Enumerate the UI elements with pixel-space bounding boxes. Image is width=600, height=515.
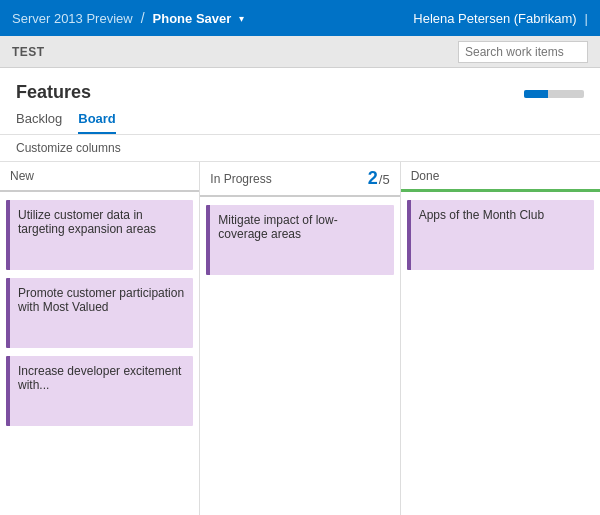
project-name[interactable]: Phone Saver [153,11,232,26]
column-new: New Utilize customer data in targeting e… [0,162,200,515]
customize-columns-bar[interactable]: Customize columns [0,135,600,162]
column-done-cards: Apps of the Month Club [401,192,600,515]
tab-backlog[interactable]: Backlog [16,111,62,134]
progress-area [524,90,584,98]
column-new-cards: Utilize customer data in targeting expan… [0,192,199,515]
card-done-1-text: Apps of the Month Club [419,208,544,222]
column-new-header: New [0,162,199,192]
column-done: Done Apps of the Month Club [401,162,600,515]
card-new-2-text: Promote customer participation with Most… [18,286,184,314]
topbar: Server 2013 Preview / Phone Saver ▾ Hele… [0,0,600,36]
search-box[interactable] [458,41,588,63]
column-done-label: Done [411,169,440,183]
board-area: New Utilize customer data in targeting e… [0,162,600,515]
card-new-3[interactable]: Increase developer excitement with... [6,356,193,426]
project-dropdown-icon[interactable]: ▾ [239,13,244,24]
card-new-3-text: Increase developer excitement with... [18,364,181,392]
topbar-left: Server 2013 Preview / Phone Saver ▾ [12,10,244,26]
user-name: Helena Petersen (Fabrikam) [413,11,576,26]
column-done-header: Done [401,162,600,192]
features-header: Features Backlog Board [0,68,600,135]
column-count: 2 /5 [368,168,390,189]
column-in-progress: In Progress 2 /5 Mitigate impact of low-… [200,162,400,515]
server-name: Server 2013 Preview [12,11,133,26]
column-new-label: New [10,169,34,183]
section-label: TEST [12,45,45,59]
column-in-progress-header: In Progress 2 /5 [200,162,399,197]
main-content: Features Backlog Board Customize columns… [0,68,600,515]
pipe-separator: | [585,11,588,26]
search-input[interactable] [465,45,581,59]
card-new-1[interactable]: Utilize customer data in targeting expan… [6,200,193,270]
tab-board[interactable]: Board [78,111,116,134]
card-inprogress-1-text: Mitigate impact of low-coverage areas [218,213,337,241]
card-inprogress-1[interactable]: Mitigate impact of low-coverage areas [206,205,393,275]
features-title: Features [16,82,116,103]
card-done-1[interactable]: Apps of the Month Club [407,200,594,270]
customize-columns-label: Customize columns [16,141,121,155]
card-new-1-text: Utilize customer data in targeting expan… [18,208,156,236]
subbar: TEST [0,36,600,68]
progress-bar-container [524,90,584,98]
nav-separator: / [141,10,145,26]
column-in-progress-label: In Progress [210,172,271,186]
count-max: /5 [379,172,390,187]
progress-bar-fill [524,90,548,98]
topbar-right: Helena Petersen (Fabrikam) | [413,11,588,26]
card-new-2[interactable]: Promote customer participation with Most… [6,278,193,348]
features-title-area: Features Backlog Board [16,82,116,134]
features-tabs: Backlog Board [16,111,116,134]
column-in-progress-cards: Mitigate impact of low-coverage areas [200,197,399,515]
count-current: 2 [368,168,378,189]
